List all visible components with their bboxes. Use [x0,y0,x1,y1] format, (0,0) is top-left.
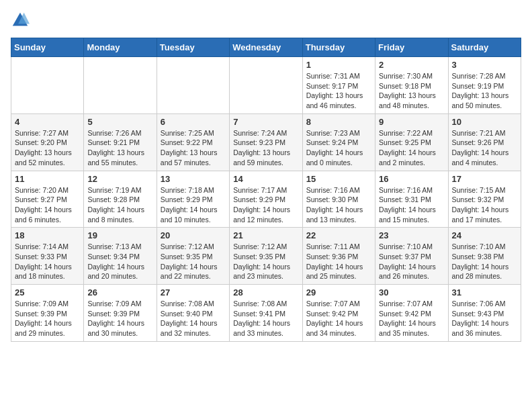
day-number: 10 [452,117,517,127]
calendar-cell: 18Sunrise: 7:14 AM Sunset: 9:33 PM Dayli… [11,228,84,285]
logo [11,11,32,30]
day-info: Sunrise: 7:18 AM Sunset: 9:29 PM Dayligh… [161,185,226,225]
day-info: Sunrise: 7:27 AM Sunset: 9:20 PM Dayligh… [15,128,80,168]
day-info: Sunrise: 7:11 AM Sunset: 9:36 PM Dayligh… [306,242,371,281]
calendar-table: SundayMondayTuesdayWednesdayThursdayFrid… [11,38,521,342]
calendar-cell: 11Sunrise: 7:20 AM Sunset: 9:27 PM Dayli… [11,171,84,228]
calendar-header-saturday: Saturday [448,38,521,57]
day-info: Sunrise: 7:12 AM Sunset: 9:35 PM Dayligh… [233,242,298,281]
day-info: Sunrise: 7:26 AM Sunset: 9:21 PM Dayligh… [87,128,152,168]
calendar-header-friday: Friday [375,38,448,57]
day-number: 7 [233,117,298,127]
calendar-cell: 20Sunrise: 7:12 AM Sunset: 9:35 PM Dayli… [157,228,229,285]
day-info: Sunrise: 7:16 AM Sunset: 9:31 PM Dayligh… [379,185,444,225]
day-info: Sunrise: 7:12 AM Sunset: 9:35 PM Dayligh… [161,242,226,281]
calendar-cell: 12Sunrise: 7:19 AM Sunset: 9:28 PM Dayli… [84,171,157,228]
calendar-header-tuesday: Tuesday [157,38,229,57]
calendar-week-row: 11Sunrise: 7:20 AM Sunset: 9:27 PM Dayli… [11,171,521,228]
day-number: 11 [15,174,80,184]
day-info: Sunrise: 7:25 AM Sunset: 9:22 PM Dayligh… [161,128,226,168]
page-header [11,11,521,30]
calendar-cell: 9Sunrise: 7:22 AM Sunset: 9:25 PM Daylig… [375,113,448,171]
day-number: 25 [15,287,80,298]
calendar-cell: 3Sunrise: 7:28 AM Sunset: 9:19 PM Daylig… [448,57,521,114]
day-info: Sunrise: 7:14 AM Sunset: 9:33 PM Dayligh… [15,242,80,281]
calendar-cell [11,57,84,114]
day-info: Sunrise: 7:19 AM Sunset: 9:28 PM Dayligh… [87,185,152,225]
calendar-week-row: 1Sunrise: 7:31 AM Sunset: 9:17 PM Daylig… [11,57,521,114]
day-info: Sunrise: 7:24 AM Sunset: 9:23 PM Dayligh… [233,128,298,168]
day-number: 15 [306,174,371,184]
day-info: Sunrise: 7:30 AM Sunset: 9:18 PM Dayligh… [379,71,444,111]
calendar-cell: 26Sunrise: 7:09 AM Sunset: 9:39 PM Dayli… [84,285,157,342]
calendar-cell [230,57,302,114]
day-info: Sunrise: 7:23 AM Sunset: 9:24 PM Dayligh… [306,128,371,168]
calendar-cell: 4Sunrise: 7:27 AM Sunset: 9:20 PM Daylig… [11,113,84,171]
day-number: 1 [306,60,371,70]
day-number: 26 [87,287,152,298]
day-number: 14 [233,174,298,184]
calendar-cell: 19Sunrise: 7:13 AM Sunset: 9:34 PM Dayli… [84,228,157,285]
calendar-cell: 17Sunrise: 7:15 AM Sunset: 9:32 PM Dayli… [448,171,521,228]
day-number: 22 [306,230,371,240]
calendar-cell: 30Sunrise: 7:07 AM Sunset: 9:42 PM Dayli… [375,285,448,342]
day-number: 19 [87,230,152,240]
day-number: 8 [306,117,371,127]
day-number: 18 [15,230,80,240]
calendar-cell: 1Sunrise: 7:31 AM Sunset: 9:17 PM Daylig… [302,57,375,114]
day-number: 31 [452,287,517,298]
day-number: 3 [452,60,517,70]
calendar-cell: 28Sunrise: 7:08 AM Sunset: 9:41 PM Dayli… [230,285,302,342]
day-number: 24 [452,230,517,240]
day-info: Sunrise: 7:08 AM Sunset: 9:40 PM Dayligh… [161,299,226,338]
calendar-header-monday: Monday [84,38,157,57]
day-info: Sunrise: 7:09 AM Sunset: 9:39 PM Dayligh… [87,299,152,338]
calendar-week-row: 18Sunrise: 7:14 AM Sunset: 9:33 PM Dayli… [11,228,521,285]
day-number: 2 [379,60,444,70]
calendar-week-row: 4Sunrise: 7:27 AM Sunset: 9:20 PM Daylig… [11,113,521,171]
day-info: Sunrise: 7:16 AM Sunset: 9:30 PM Dayligh… [306,185,371,225]
day-info: Sunrise: 7:07 AM Sunset: 9:42 PM Dayligh… [306,299,371,338]
calendar-header-row: SundayMondayTuesdayWednesdayThursdayFrid… [11,38,521,57]
day-number: 4 [15,117,80,127]
calendar-cell: 15Sunrise: 7:16 AM Sunset: 9:30 PM Dayli… [302,171,375,228]
calendar-cell: 10Sunrise: 7:21 AM Sunset: 9:26 PM Dayli… [448,113,521,171]
day-number: 16 [379,174,444,184]
day-number: 17 [452,174,517,184]
day-info: Sunrise: 7:09 AM Sunset: 9:39 PM Dayligh… [15,299,80,338]
day-number: 13 [161,174,226,184]
calendar-week-row: 25Sunrise: 7:09 AM Sunset: 9:39 PM Dayli… [11,285,521,342]
day-number: 20 [161,230,226,240]
day-number: 21 [233,230,298,240]
day-info: Sunrise: 7:21 AM Sunset: 9:26 PM Dayligh… [452,128,517,168]
day-info: Sunrise: 7:20 AM Sunset: 9:27 PM Dayligh… [15,185,80,225]
day-info: Sunrise: 7:31 AM Sunset: 9:17 PM Dayligh… [306,71,371,111]
day-number: 12 [87,174,152,184]
calendar-cell [84,57,157,114]
day-info: Sunrise: 7:28 AM Sunset: 9:19 PM Dayligh… [452,71,517,111]
calendar-cell: 5Sunrise: 7:26 AM Sunset: 9:21 PM Daylig… [84,113,157,171]
day-number: 28 [233,287,298,298]
calendar-cell: 16Sunrise: 7:16 AM Sunset: 9:31 PM Dayli… [375,171,448,228]
day-info: Sunrise: 7:22 AM Sunset: 9:25 PM Dayligh… [379,128,444,168]
day-number: 5 [87,117,152,127]
calendar-cell: 31Sunrise: 7:06 AM Sunset: 9:43 PM Dayli… [448,285,521,342]
calendar-cell: 23Sunrise: 7:10 AM Sunset: 9:37 PM Dayli… [375,228,448,285]
calendar-cell: 8Sunrise: 7:23 AM Sunset: 9:24 PM Daylig… [302,113,375,171]
calendar-header-sunday: Sunday [11,38,84,57]
day-info: Sunrise: 7:17 AM Sunset: 9:29 PM Dayligh… [233,185,298,225]
day-info: Sunrise: 7:15 AM Sunset: 9:32 PM Dayligh… [452,185,517,225]
calendar-cell: 21Sunrise: 7:12 AM Sunset: 9:35 PM Dayli… [230,228,302,285]
day-info: Sunrise: 7:07 AM Sunset: 9:42 PM Dayligh… [379,299,444,338]
day-info: Sunrise: 7:10 AM Sunset: 9:38 PM Dayligh… [452,242,517,281]
day-info: Sunrise: 7:10 AM Sunset: 9:37 PM Dayligh… [379,242,444,281]
calendar-cell: 2Sunrise: 7:30 AM Sunset: 9:18 PM Daylig… [375,57,448,114]
calendar-cell: 14Sunrise: 7:17 AM Sunset: 9:29 PM Dayli… [230,171,302,228]
calendar-cell [157,57,229,114]
calendar-cell: 27Sunrise: 7:08 AM Sunset: 9:40 PM Dayli… [157,285,229,342]
calendar-cell: 29Sunrise: 7:07 AM Sunset: 9:42 PM Dayli… [302,285,375,342]
day-number: 6 [161,117,226,127]
calendar-cell: 13Sunrise: 7:18 AM Sunset: 9:29 PM Dayli… [157,171,229,228]
logo-icon [11,11,30,30]
day-info: Sunrise: 7:08 AM Sunset: 9:41 PM Dayligh… [233,299,298,338]
